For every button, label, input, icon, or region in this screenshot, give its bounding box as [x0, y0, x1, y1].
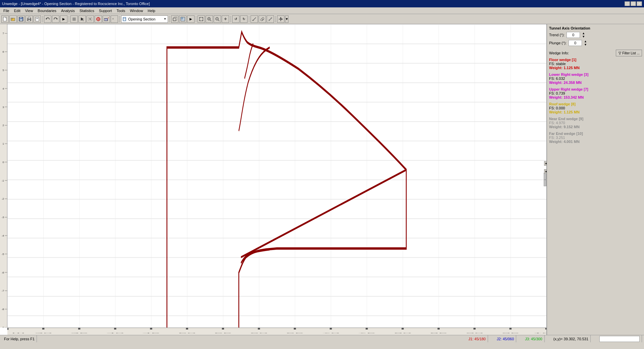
svg-text:60: 60 [250, 333, 268, 333]
drawing-svg[interactable] [7, 24, 546, 335]
filter-btn-label: Filter List ... [622, 51, 640, 55]
menubar: File Edit View Boundaries Analysis Stati… [0, 7, 644, 14]
wedge-entry-1[interactable]: Floor wedge [1] FS: stable Weight: 1.125… [549, 58, 642, 70]
menu-file[interactable]: File [1, 8, 11, 13]
main-area: 76543210-1-2-3-4-5-6-7-8-9 [0, 24, 644, 335]
y-ruler: 76543210-1-2-3-4-5-6-7-8-9 [0, 24, 7, 328]
svg-rect-6 [20, 19, 22, 21]
plunge-spinner[interactable]: ▲▼ [584, 40, 587, 46]
plunge-input[interactable] [569, 40, 582, 46]
grid-button[interactable] [70, 15, 78, 23]
command-input-section[interactable] [597, 335, 642, 342]
minimize-button[interactable]: _ [625, 1, 630, 6]
window-controls: _ □ × [625, 1, 642, 6]
wedge-9-name: Near End wedge [9] [549, 117, 642, 121]
print-button[interactable] [25, 15, 33, 23]
section-dropdown-label: Opening Section [128, 17, 155, 21]
svg-text:6: 6 [3, 50, 4, 53]
svg-text:50: 50 [178, 333, 196, 333]
open-button[interactable] [9, 15, 17, 23]
menu-analysis[interactable]: Analysis [59, 8, 77, 13]
pan-button[interactable]: ✛ [222, 15, 229, 23]
view-mode-button[interactable] [179, 15, 186, 23]
rotate-ccw-button[interactable]: ↺ [232, 15, 239, 23]
measure2-button[interactable] [259, 15, 266, 23]
canvas-area[interactable]: 76543210-1-2-3-4-5-6-7-8-9 [0, 24, 547, 335]
redo-button[interactable] [52, 15, 59, 23]
svg-line-50 [210, 20, 211, 21]
grid-rect [7, 24, 546, 335]
command-input[interactable] [599, 336, 640, 342]
wedge-entry-3[interactable]: Lower Right wedge [3] FS: 6.032 Weight: … [549, 72, 642, 85]
sep8 [275, 16, 276, 22]
svg-text:4: 4 [3, 87, 4, 90]
menu-tools[interactable]: Tools [115, 8, 127, 13]
zoom-in-button[interactable] [206, 15, 213, 23]
j2-section: J2: 45/060 [495, 335, 516, 342]
fit-all-button[interactable] [198, 15, 205, 23]
menu-edit[interactable]: Edit [12, 8, 22, 13]
wedge-10-fs: FS: 3.251 [549, 136, 642, 140]
svg-text:70: 70 [322, 333, 339, 333]
orientation-button[interactable] [277, 15, 284, 23]
filter-list-button[interactable]: Filter List ... [616, 50, 642, 56]
menu-support[interactable]: Support [97, 8, 114, 13]
svg-text:0: 0 [3, 161, 4, 164]
wedge-7-fs: FS: 0.739 [549, 91, 642, 95]
menu-window[interactable]: Window [128, 8, 145, 13]
svg-text:-7: -7 [2, 289, 4, 292]
toolbar: ▶ + ° Opening Section ▼ ▶ [0, 14, 644, 24]
j1-section: J1: 45/180 [467, 335, 488, 342]
wedge-1-name: Floor wedge [1] [549, 58, 642, 62]
menu-statistics[interactable]: Statistics [77, 8, 96, 13]
j1-status: J1: 45/180 [469, 337, 486, 341]
x-ruler: 25 m 30 35 40 45 50 55 60 65 70 75 80 85… [7, 328, 546, 335]
view-mode2-button[interactable]: ▶ [187, 15, 195, 23]
trend-row: Trend (°): ▲▼ [549, 32, 642, 38]
menu-boundaries[interactable]: Boundaries [36, 8, 58, 13]
snap-button[interactable] [95, 15, 102, 23]
save-button[interactable] [17, 15, 25, 23]
view-3d-button[interactable] [171, 15, 178, 23]
undo-button[interactable] [44, 15, 51, 23]
svg-point-30 [106, 19, 107, 20]
svg-point-62 [271, 17, 272, 19]
sep2 [69, 16, 69, 22]
rotate-cw-button[interactable]: ↻ [240, 15, 248, 23]
tool3-button[interactable] [267, 15, 274, 23]
select2-button[interactable] [87, 15, 94, 23]
sep7 [249, 16, 249, 22]
filter-icon [618, 51, 622, 55]
statusbar: For Help, press F1 J1: 45/180 J2: 45/060… [0, 335, 644, 342]
trend-input[interactable] [567, 32, 580, 38]
wedge-entry-8[interactable]: Roof wedge [8] FS: 0.000 Weight: 1.125 M… [549, 102, 642, 114]
right-panel: Tunnel Axis Orientation Trend (°): ▲▼ Pl… [547, 24, 644, 335]
wedge-entry-10[interactable]: Far End wedge [10] FS: 3.251 Weight: 4.0… [549, 132, 642, 144]
zoom-out-button[interactable] [214, 15, 221, 23]
preview-button[interactable] [34, 15, 41, 23]
section-dropdown[interactable]: Opening Section ▼ [121, 15, 168, 23]
svg-rect-8 [28, 17, 30, 19]
menu-help[interactable]: Help [146, 8, 157, 13]
maximize-button[interactable]: □ [631, 1, 636, 6]
close-button[interactable]: × [637, 1, 642, 6]
wedge-entry-7[interactable]: Upper Right wedge [7] FS: 0.739 Weight: … [549, 87, 642, 99]
svg-text:45: 45 [142, 333, 160, 333]
new-button[interactable] [1, 15, 9, 23]
select-button[interactable] [78, 15, 86, 23]
angle-button[interactable]: ° [111, 15, 118, 23]
j2-status: J2: 45/060 [497, 337, 514, 341]
measure-button[interactable] [251, 15, 258, 23]
menu-view[interactable]: View [23, 8, 35, 13]
svg-rect-0 [3, 17, 6, 21]
trend-spinner[interactable]: ▲▼ [582, 32, 585, 38]
sep6 [230, 16, 231, 22]
wedge-entry-9[interactable]: Near End wedge [9] FS: 4.970 Weight: 9.1… [549, 117, 642, 129]
collapse-panel-handle[interactable]: ‹ [544, 173, 546, 186]
plunge-row: Plunge (°): ▲▼ [549, 40, 642, 46]
svg-text:40: 40 [106, 333, 124, 333]
add-points-button[interactable]: + [103, 15, 110, 23]
redo-arrow-button[interactable]: ▶ [60, 15, 67, 23]
orientation-dropdown-btn[interactable]: ▼ [285, 15, 288, 23]
help-text-section: For Help, press F1 [2, 335, 37, 342]
